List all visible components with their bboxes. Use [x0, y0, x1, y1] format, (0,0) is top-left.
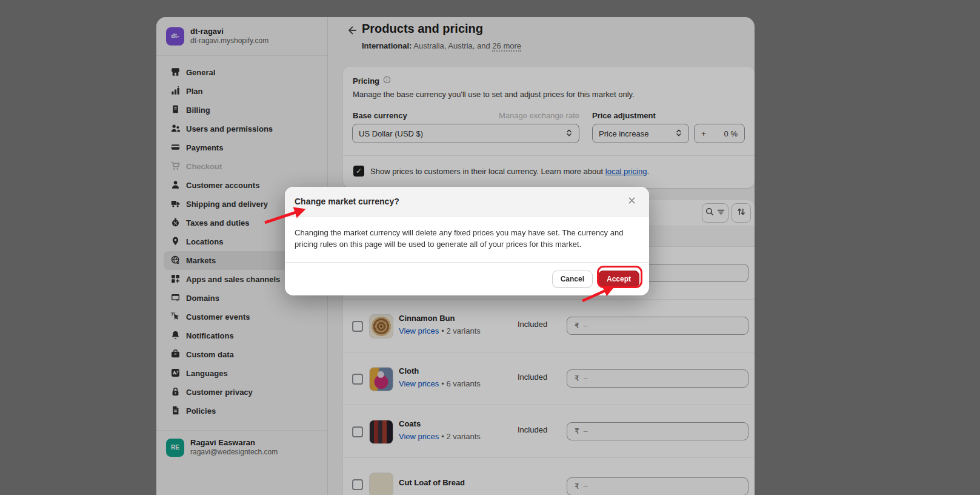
modal-body-text: Changing the market currency will delete…	[285, 217, 649, 250]
close-icon	[628, 196, 636, 207]
cancel-button[interactable]: Cancel	[552, 271, 593, 288]
close-button[interactable]	[624, 194, 639, 209]
modal-title: Change market currency?	[295, 197, 399, 206]
change-currency-modal: Change market currency? Changing the mar…	[285, 187, 649, 295]
modal-header: Change market currency?	[285, 187, 649, 217]
accept-button[interactable]: Accept	[598, 271, 639, 288]
modal-footer: Cancel Accept	[285, 262, 649, 295]
